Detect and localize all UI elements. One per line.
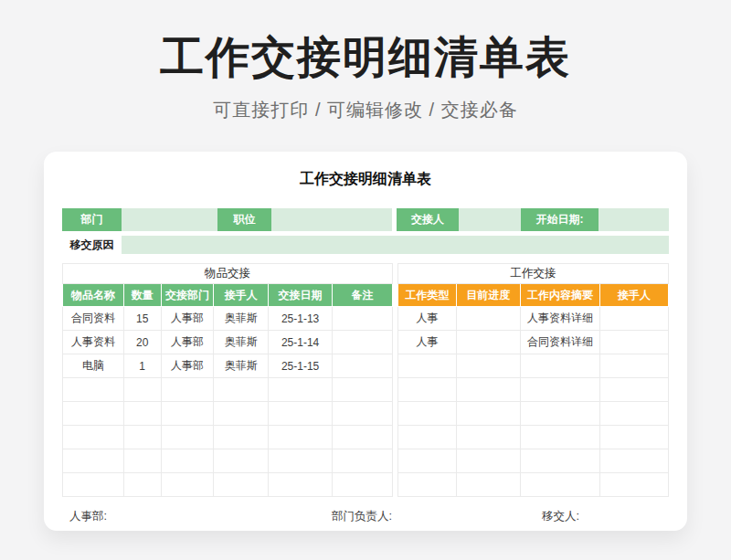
- work-table-cell[interactable]: 合同资料详细: [520, 331, 599, 354]
- items-table-cell[interactable]: [214, 426, 269, 449]
- items-table-cell[interactable]: [214, 378, 269, 402]
- items-table-cell[interactable]: [269, 402, 333, 426]
- items-table-cell[interactable]: [161, 426, 214, 449]
- work-column-header: 目前进度: [456, 284, 520, 307]
- items-table-cell[interactable]: 15: [123, 307, 161, 331]
- items-table-cell[interactable]: [161, 378, 214, 402]
- work-table-cell[interactable]: [520, 378, 599, 402]
- items-column-header: 交接部门: [161, 284, 214, 307]
- work-table-cell[interactable]: [398, 449, 457, 473]
- work-table-cell[interactable]: [456, 331, 520, 354]
- work-table-cell[interactable]: [456, 354, 520, 378]
- items-table-cell[interactable]: [123, 449, 161, 473]
- work-table-cell[interactable]: [456, 307, 520, 331]
- work-table-cell[interactable]: [600, 307, 669, 331]
- items-table-cell[interactable]: 人事资料: [63, 331, 124, 354]
- work-table-cell[interactable]: [398, 426, 457, 449]
- handover-sheet-card: 工作交接明细清单表 部门 职位 交接人 开始日期: 移交原因 物品交接物品名称数…: [44, 152, 687, 531]
- items-table-cell[interactable]: 25-1-13: [269, 307, 333, 331]
- items-table-cell[interactable]: 合同资料: [63, 307, 124, 331]
- items-table-cell[interactable]: [63, 402, 124, 426]
- items-table-cell[interactable]: [161, 473, 214, 497]
- work-table-cell[interactable]: [600, 378, 669, 402]
- items-table-cell[interactable]: 奥菲斯: [214, 354, 269, 378]
- items-table-cell[interactable]: [332, 449, 392, 473]
- field-value-handover-person[interactable]: [459, 208, 521, 231]
- items-table-cell[interactable]: [269, 426, 333, 449]
- items-table-row: [63, 378, 393, 402]
- signature-dept-head: 部门负责人:: [332, 509, 392, 524]
- work-table-cell[interactable]: [520, 473, 599, 497]
- field-value-reason[interactable]: [122, 236, 669, 254]
- items-table-cell[interactable]: [123, 402, 161, 426]
- items-table-cell[interactable]: 20: [123, 331, 161, 354]
- items-table-cell[interactable]: [214, 402, 269, 426]
- items-table-cell[interactable]: [161, 449, 214, 473]
- signature-hr-dept: 人事部:: [69, 509, 107, 524]
- work-table-cell[interactable]: [456, 426, 520, 449]
- items-table-cell[interactable]: 25-1-14: [269, 331, 333, 354]
- work-table-cell[interactable]: [398, 378, 457, 402]
- items-table-cell[interactable]: [161, 402, 214, 426]
- items-table-cell[interactable]: [269, 378, 333, 402]
- work-table-cell[interactable]: [520, 354, 599, 378]
- items-table-cell[interactable]: 人事部: [161, 331, 214, 354]
- work-table-cell[interactable]: [520, 426, 599, 449]
- items-table-cell[interactable]: 电脑: [63, 354, 124, 378]
- items-table-cell[interactable]: [214, 473, 269, 497]
- work-table-cell[interactable]: [600, 331, 669, 354]
- work-table-cell[interactable]: [398, 473, 457, 497]
- work-table-cell[interactable]: [600, 426, 669, 449]
- items-table-cell[interactable]: 1: [123, 354, 161, 378]
- items-table-cell[interactable]: [269, 449, 333, 473]
- items-table-cell[interactable]: [269, 473, 333, 497]
- items-table-cell[interactable]: [332, 354, 392, 378]
- work-table-cell[interactable]: [520, 449, 599, 473]
- items-table-cell[interactable]: [332, 426, 392, 449]
- work-table-cell[interactable]: 人事: [398, 331, 457, 354]
- work-table-title: 工作交接: [398, 264, 669, 284]
- field-value-department[interactable]: [122, 208, 217, 231]
- work-table-cell[interactable]: [600, 473, 669, 497]
- items-table-cell[interactable]: [332, 307, 392, 331]
- work-table-cell[interactable]: [456, 378, 520, 402]
- field-value-position[interactable]: [271, 208, 392, 231]
- items-table-cell[interactable]: [332, 378, 392, 402]
- items-table-row: 人事资料20人事部奥菲斯25-1-14: [63, 331, 393, 354]
- items-table-cell[interactable]: [123, 378, 161, 402]
- work-table-cell[interactable]: [398, 402, 457, 426]
- work-table-cell[interactable]: [600, 354, 669, 378]
- items-table-cell[interactable]: [332, 473, 392, 497]
- field-value-start-date[interactable]: [599, 208, 669, 231]
- reason-row: 移交原因: [62, 236, 669, 254]
- items-table-cell[interactable]: 人事部: [161, 307, 214, 331]
- field-label-handover-person: 交接人: [397, 208, 459, 231]
- work-table-cell[interactable]: [520, 402, 599, 426]
- items-table-cell[interactable]: [63, 426, 124, 449]
- work-table-cell[interactable]: 人事: [398, 307, 457, 331]
- items-table-cell[interactable]: [332, 331, 392, 354]
- items-table-title: 物品交接: [63, 264, 393, 284]
- items-table-cell[interactable]: [63, 473, 124, 497]
- work-table-cell[interactable]: [456, 449, 520, 473]
- items-table-cell[interactable]: 25-1-15: [269, 354, 333, 378]
- items-table-cell[interactable]: [63, 378, 124, 402]
- items-table-cell[interactable]: 人事部: [161, 354, 214, 378]
- work-table-cell[interactable]: [600, 449, 669, 473]
- items-table-cell[interactable]: [214, 449, 269, 473]
- items-table-cell[interactable]: [123, 426, 161, 449]
- work-table-cell[interactable]: [600, 402, 669, 426]
- items-table-row: [63, 402, 393, 426]
- items-table-cell[interactable]: [63, 449, 124, 473]
- items-table-cell[interactable]: [123, 473, 161, 497]
- work-table-cell[interactable]: [456, 473, 520, 497]
- work-table-row: 人事人事资料详细: [398, 307, 669, 331]
- items-table-cell[interactable]: [332, 402, 392, 426]
- work-table-cell[interactable]: [456, 402, 520, 426]
- items-table-cell[interactable]: 奥菲斯: [214, 331, 269, 354]
- page-title: 工作交接明细清单表: [0, 30, 731, 85]
- work-table-cell[interactable]: [398, 354, 457, 378]
- work-column-header: 工作类型: [398, 284, 457, 307]
- items-table-cell[interactable]: 奥菲斯: [214, 307, 269, 331]
- work-table-cell[interactable]: 人事资料详细: [520, 307, 599, 331]
